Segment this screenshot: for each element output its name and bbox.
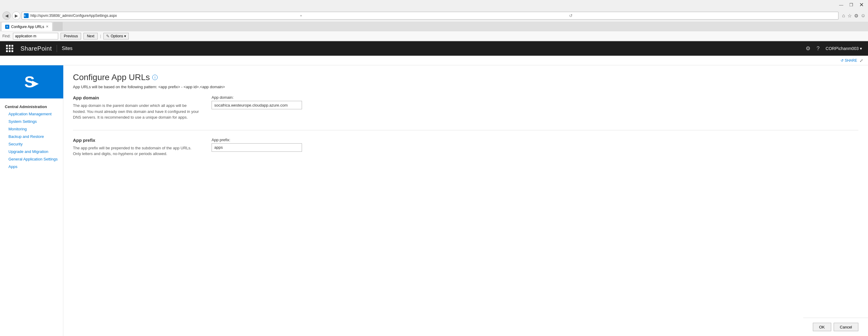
app-prefix-input[interactable]: [212, 143, 302, 152]
waffle-menu[interactable]: [4, 42, 16, 55]
new-tab-button[interactable]: [53, 22, 63, 31]
settings-button[interactable]: ⚙: [803, 43, 813, 54]
app-domain-input[interactable]: [212, 101, 302, 109]
share-label: SHARE: [845, 58, 857, 63]
waffle-dot: [9, 47, 10, 49]
sp-arrow: ▶: [32, 78, 39, 88]
find-next-button[interactable]: Next: [84, 33, 98, 39]
app-prefix-left: App prefix The app prefix will be prepen…: [73, 138, 199, 157]
find-separator: |: [100, 34, 101, 38]
app-prefix-section: App prefix The app prefix will be prepen…: [73, 138, 858, 157]
favorites-icon[interactable]: ☆: [847, 13, 852, 19]
back-button[interactable]: ◀: [2, 11, 11, 20]
sidebar-item-apps[interactable]: Apps: [0, 163, 63, 170]
sidebar-item-application-management[interactable]: Application Management: [0, 110, 63, 118]
app-domain-section: App domain The app domain is the parent …: [73, 95, 858, 121]
app-domain-label: App domain:: [212, 95, 858, 100]
browser-nav-bar: ◀ ▶ S http://spvm:35808/_admin/Configure…: [0, 10, 868, 22]
user-menu[interactable]: CORP\chanm003 ▾: [823, 46, 864, 51]
feedback-icon[interactable]: ☺: [861, 13, 866, 19]
close-window-button[interactable]: ✕: [858, 1, 866, 9]
find-options-label: Options: [111, 34, 123, 38]
sp-s-logo: S ▶: [20, 70, 44, 94]
settings-icon[interactable]: ⚙: [854, 13, 858, 19]
action-bar: OK Cancel: [803, 317, 868, 336]
app-prefix-heading: App prefix: [73, 138, 199, 143]
browser-window-controls: — ❐ ✕: [837, 1, 866, 9]
cancel-button[interactable]: Cancel: [834, 323, 858, 331]
app-domain-left: App domain The app domain is the parent …: [73, 95, 199, 121]
address-bar[interactable]: S http://spvm:35808/_admin/ConfigureAppS…: [22, 12, 838, 20]
nav-right-area: ⚙ ? CORP\chanm003 ▾: [803, 43, 864, 54]
tab-title: Configure App URLs: [11, 25, 44, 29]
sidebar-item-upgrade-migration[interactable]: Upgrade and Migration: [0, 148, 63, 155]
app-prefix-description: The app prefix will be prepended to the …: [73, 145, 199, 157]
browser-chrome: — ❐ ✕ ◀ ▶ S http://spvm:35808/_admin/Con…: [0, 0, 868, 41]
sidebar-section-central-admin: Central Administration: [0, 102, 63, 110]
sidebar-nav: Central Administration Application Manag…: [0, 98, 63, 174]
share-icon: ↺: [841, 58, 844, 63]
maximize-button[interactable]: ❐: [847, 2, 855, 8]
active-tab[interactable]: S Configure App URLs ✕: [1, 22, 53, 31]
forward-button[interactable]: ▶: [12, 11, 21, 20]
home-icon[interactable]: ⌂: [842, 13, 845, 19]
help-button[interactable]: ?: [814, 43, 822, 54]
find-options-arrow: ▾: [124, 34, 126, 38]
sidebar-item-general-app-settings[interactable]: General Application Settings: [0, 155, 63, 163]
pattern-description: App URLs will be based on the following …: [73, 85, 858, 89]
sharepoint-sidebar-logo: S ▶: [0, 65, 63, 98]
find-bar: Find: Previous Next | ✎ Options ▾: [0, 31, 868, 41]
share-button[interactable]: ↺ SHARE: [841, 58, 857, 63]
find-options-button[interactable]: ✎ Options ▾: [103, 33, 128, 39]
ok-button[interactable]: OK: [813, 323, 831, 331]
tab-bar: S Configure App URLs ✕: [0, 22, 868, 31]
info-icon[interactable]: i: [152, 75, 158, 80]
tab-favicon: S: [5, 25, 9, 29]
find-previous-button[interactable]: Previous: [61, 33, 82, 39]
tab-close-button[interactable]: ✕: [46, 25, 49, 29]
waffle-dot: [11, 45, 13, 47]
waffle-dot: [11, 50, 13, 52]
sites-link[interactable]: Sites: [57, 46, 78, 51]
waffle-dot: [6, 47, 8, 49]
waffle-dot: [6, 50, 8, 52]
waffle-dot: [9, 45, 10, 47]
sidebar-item-security[interactable]: Security: [0, 140, 63, 148]
app-domain-description: The app domain is the parent domain unde…: [73, 103, 199, 121]
waffle-dot: [11, 47, 13, 49]
app-domain-right: App domain:: [212, 95, 858, 121]
sidebar: S ▶ Central Administration Application M…: [0, 65, 63, 336]
sharepoint-logo[interactable]: SharePoint: [16, 45, 57, 52]
app-prefix-label: App prefix:: [212, 138, 858, 142]
sidebar-item-monitoring[interactable]: Monitoring: [0, 125, 63, 133]
app-prefix-right: App prefix:: [212, 138, 858, 157]
sidebar-item-backup-restore[interactable]: Backup and Restore: [0, 133, 63, 140]
share-bar: ↺ SHARE ⤢: [0, 56, 868, 65]
address-text: http://spvm:35808/_admin/ConfigureAppSet…: [30, 13, 298, 18]
user-dropdown-arrow: ▾: [860, 46, 862, 51]
main-content-area: Configure App URLs i App URLs will be ba…: [63, 65, 868, 336]
form-divider: [73, 130, 858, 130]
browser-titlebar: — ❐ ✕: [0, 0, 868, 10]
site-icon: S: [24, 13, 29, 18]
app-domain-heading: App domain: [73, 95, 199, 100]
minimize-button[interactable]: —: [837, 2, 845, 8]
user-name: CORP\chanm003: [826, 46, 859, 51]
page-title-area: Configure App URLs i: [73, 73, 858, 82]
sharepoint-topnav: SharePoint Sites ⚙ ? CORP\chanm003 ▾: [0, 41, 868, 56]
page-title: Configure App URLs: [73, 73, 150, 82]
content-wrapper: S ▶ Central Administration Application M…: [0, 65, 868, 336]
sidebar-item-system-settings[interactable]: System Settings: [0, 118, 63, 125]
focus-button[interactable]: ⤢: [860, 58, 863, 63]
waffle-dot: [9, 50, 10, 52]
find-label: Find:: [2, 34, 10, 38]
find-input[interactable]: [13, 33, 58, 39]
waffle-dot: [6, 45, 8, 47]
